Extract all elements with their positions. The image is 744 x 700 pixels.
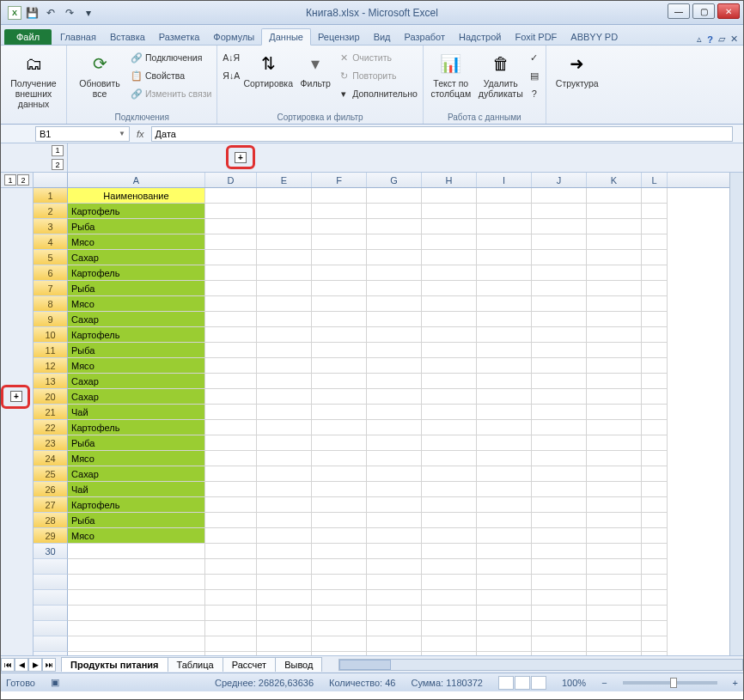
name-box-dropdown-icon[interactable]: ▼ [119, 130, 125, 137]
cell[interactable] [587, 435, 642, 451]
cell-A[interactable]: Картофель [68, 497, 205, 513]
cell-A[interactable]: Рыба [68, 343, 205, 358]
row-header[interactable]: 8 [34, 296, 68, 312]
edit-links-button[interactable]: 🔗Изменить связи [131, 85, 211, 102]
cell[interactable] [367, 312, 422, 327]
cell[interactable] [422, 497, 477, 513]
cell[interactable] [532, 358, 587, 374]
cell[interactable] [587, 466, 642, 482]
cell[interactable] [642, 420, 668, 435]
cell[interactable] [587, 482, 642, 497]
tab-abbyy[interactable]: ABBYY PD [564, 29, 625, 45]
cell[interactable] [205, 250, 257, 265]
cell[interactable] [205, 389, 257, 405]
cell[interactable] [532, 466, 587, 482]
cell[interactable] [587, 296, 642, 312]
cell[interactable] [367, 528, 422, 544]
cell[interactable] [205, 219, 257, 234]
cell[interactable] [587, 389, 642, 405]
cell[interactable] [642, 281, 668, 296]
tab-addins[interactable]: Надстрой [452, 29, 508, 45]
cell[interactable] [587, 204, 642, 219]
row-level-2[interactable]: 2 [17, 174, 29, 186]
cell[interactable] [477, 513, 532, 528]
sort-button[interactable]: ⇅ Сортировка [243, 47, 293, 88]
cell[interactable] [532, 265, 587, 281]
cell[interactable] [642, 234, 668, 250]
cell[interactable] [642, 327, 668, 343]
cell[interactable] [257, 435, 312, 451]
cell[interactable] [422, 405, 477, 420]
cell[interactable] [532, 389, 587, 405]
cell[interactable] [257, 420, 312, 435]
reapply-button[interactable]: ↻Повторить [338, 67, 418, 84]
cell[interactable] [477, 234, 532, 250]
close-button[interactable]: ✕ [717, 3, 740, 19]
cell[interactable] [257, 451, 312, 466]
cell[interactable] [642, 250, 668, 265]
row-header[interactable]: 24 [34, 451, 68, 466]
cell[interactable] [367, 358, 422, 374]
cell[interactable] [422, 250, 477, 265]
cell-A[interactable]: Мясо [68, 358, 205, 374]
cell[interactable] [257, 312, 312, 327]
sheet-tab-1[interactable]: Таблица [168, 657, 223, 672]
cell[interactable] [532, 234, 587, 250]
cell[interactable] [477, 219, 532, 234]
cell[interactable] [312, 374, 367, 389]
cell[interactable] [312, 281, 367, 296]
cell[interactable] [205, 265, 257, 281]
row-header[interactable]: 27 [34, 497, 68, 513]
row-header[interactable]: 7 [34, 281, 68, 296]
cell[interactable] [257, 497, 312, 513]
row-level-1[interactable]: 1 [4, 174, 16, 186]
cell[interactable] [587, 497, 642, 513]
cell[interactable] [422, 312, 477, 327]
cell[interactable] [205, 358, 257, 374]
cell[interactable] [312, 234, 367, 250]
cell[interactable] [312, 451, 367, 466]
col-header-G[interactable]: G [367, 173, 422, 187]
cell[interactable] [205, 296, 257, 312]
properties-button[interactable]: 📋Свойства [131, 67, 211, 84]
row-header[interactable]: 6 [34, 265, 68, 281]
col-header-J[interactable]: J [532, 173, 587, 187]
cell[interactable] [422, 544, 477, 559]
cell[interactable] [587, 528, 642, 544]
cell[interactable] [532, 420, 587, 435]
tab-insert[interactable]: Вставка [103, 29, 152, 45]
cell[interactable] [257, 513, 312, 528]
cell[interactable] [642, 405, 668, 420]
cell[interactable] [477, 265, 532, 281]
cell[interactable] [367, 435, 422, 451]
cell[interactable] [477, 389, 532, 405]
row-header[interactable]: 29 [34, 528, 68, 544]
cell[interactable] [205, 513, 257, 528]
cell-A[interactable]: Сахар [68, 374, 205, 389]
mdi-close-icon[interactable]: ✕ [730, 33, 738, 45]
consolidate-button[interactable]: ▤ [528, 67, 540, 84]
cell[interactable] [367, 420, 422, 435]
cell[interactable] [422, 265, 477, 281]
cell[interactable] [532, 327, 587, 343]
cell[interactable] [257, 544, 312, 559]
cell[interactable] [257, 405, 312, 420]
cell[interactable] [257, 389, 312, 405]
tab-formulas[interactable]: Формулы [206, 29, 261, 45]
cell-A[interactable]: Сахар [68, 250, 205, 265]
cell[interactable] [257, 374, 312, 389]
data-validation-button[interactable]: ✓ [528, 49, 540, 66]
row-header[interactable]: 3 [34, 219, 68, 234]
cell[interactable] [477, 405, 532, 420]
cell[interactable] [312, 343, 367, 358]
cell-A[interactable]: Рыба [68, 435, 205, 451]
zoom-thumb[interactable] [670, 678, 677, 688]
cell-A[interactable]: Картофель [68, 327, 205, 343]
cell[interactable] [642, 265, 668, 281]
cell[interactable] [642, 219, 668, 234]
cell[interactable] [532, 435, 587, 451]
cell[interactable] [257, 466, 312, 482]
sort-za-button[interactable]: Я↓А [223, 67, 240, 84]
col-header-A[interactable]: A [68, 173, 205, 187]
cell[interactable] [587, 405, 642, 420]
